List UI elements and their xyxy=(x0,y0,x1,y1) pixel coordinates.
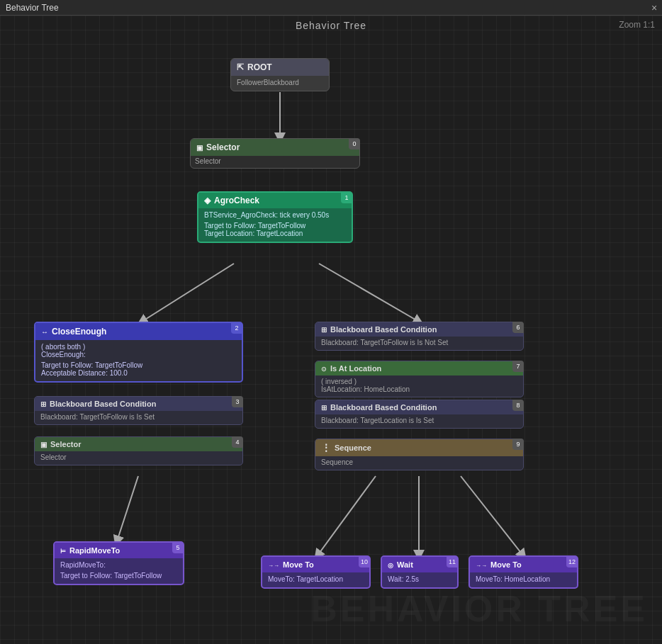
bbc-right-body: Blackboard: TargetToFollow is Is Not Set xyxy=(315,337,523,350)
moveto2-node[interactable]: 12 Move To MoveTo: HomeLocation xyxy=(469,555,578,589)
closeenough-sub1: ( aborts both ) xyxy=(41,343,236,351)
rapidmoveto-title: RapidMoveTo xyxy=(69,546,120,555)
svg-line-1 xyxy=(142,264,234,322)
bbc-right2-node[interactable]: 8 Blackboard Based Condition Blackboard:… xyxy=(315,400,524,429)
moveto2-icon xyxy=(476,560,487,569)
moveto2-header: Move To xyxy=(470,557,577,572)
selector-main-header: Selector xyxy=(191,139,359,156)
selector-main-index: 0 xyxy=(349,138,360,149)
sequence-title: Sequence xyxy=(335,444,371,452)
selector-sub-title: Selector xyxy=(50,440,81,448)
agrocheck-node[interactable]: 1 AgroCheck BTService_AgroCheck: tick ev… xyxy=(197,191,353,243)
isatloc-node[interactable]: 7 Is At Location ( inversed ) IsAtLocati… xyxy=(315,361,524,397)
bbc-right-node[interactable]: 6 Blackboard Based Condition Blackboard:… xyxy=(315,322,524,351)
title-bar-label: Behavior Tree xyxy=(0,3,646,13)
isatloc-sub1: ( inversed ) xyxy=(321,378,517,385)
moveto1-subtitle: MoveTo: TargetLocation xyxy=(268,575,343,583)
bbc-sub-header: Blackboard Based Condition xyxy=(35,397,242,411)
selector-sub-index: 4 xyxy=(232,436,243,448)
bbc-right2-body: Blackboard: TargetLocation is Is Set xyxy=(315,414,523,428)
service-icon xyxy=(204,196,211,205)
rapidmoveto-subtitle: RapidMoveTo: xyxy=(60,561,177,569)
selector-icon xyxy=(196,142,203,152)
selector-sub-icon xyxy=(40,440,47,448)
sequence-subtitle: Sequence xyxy=(321,458,353,466)
rapidmoveto-index: 5 xyxy=(172,542,184,553)
svg-line-2 xyxy=(319,264,419,322)
selector-main-body: Selector xyxy=(191,156,359,168)
moveto1-node[interactable]: 10 Move To MoveTo: TargetLocation xyxy=(261,555,371,589)
closeenough-header: CloseEnough xyxy=(35,323,242,340)
root-icon xyxy=(237,62,244,72)
agrocheck-header: AgroCheck xyxy=(198,193,352,208)
bbc-right2-subtitle: Blackboard: TargetLocation is Is Set xyxy=(321,417,434,424)
agrocheck-prop1: Target to Follow: TargetToFollow xyxy=(204,222,346,230)
rapidmoveto-icon xyxy=(60,546,66,555)
wait-body: Wait: 2.5s xyxy=(382,572,457,587)
canvas-title: Behavior Tree xyxy=(0,20,662,31)
moveto2-body: MoveTo: HomeLocation xyxy=(470,572,577,587)
zoom-label: Zoom 1:1 xyxy=(619,20,655,30)
moveto1-body: MoveTo: TargetLocation xyxy=(262,572,369,587)
bbc-right-icon xyxy=(321,325,327,334)
bbc-right-header: Blackboard Based Condition xyxy=(315,322,523,337)
moveto1-index: 10 xyxy=(359,556,370,567)
wait-icon xyxy=(388,560,393,569)
wait-index: 11 xyxy=(447,556,458,567)
bbc-sub-title: Blackboard Based Condition xyxy=(50,400,156,408)
selector-main-node[interactable]: 0 Selector Selector xyxy=(190,138,360,169)
closeenough-node[interactable]: 2 CloseEnough ( aborts both ) CloseEnoug… xyxy=(34,322,243,383)
close-button[interactable]: × xyxy=(646,0,662,16)
agrocheck-service: BTService_AgroCheck: tick every 0.50s xyxy=(204,211,346,219)
bbc-sub-node[interactable]: 3 Blackboard Based Condition Blackboard:… xyxy=(34,396,243,425)
agrocheck-prop2: Target Location: TargetLocation xyxy=(204,230,346,237)
bbc-sub-icon xyxy=(40,400,46,408)
sequence-node[interactable]: 9 Sequence Sequence xyxy=(315,439,524,470)
closeenough-index: 2 xyxy=(231,322,242,334)
isatloc-sub2: IsAtLocation: HomeLocation xyxy=(321,385,517,393)
bbc-right-title: Blackboard Based Condition xyxy=(330,325,437,334)
selector-main-subtitle: Selector xyxy=(195,157,221,165)
bbc-right-subtitle: Blackboard: TargetToFollow is Is Not Set xyxy=(321,339,448,346)
isatloc-header: Is At Location xyxy=(315,361,523,375)
svg-line-4 xyxy=(318,476,376,555)
wait-node[interactable]: 11 Wait Wait: 2.5s xyxy=(381,555,459,589)
moveto2-index: 12 xyxy=(566,556,578,567)
rapidmoveto-node[interactable]: 5 RapidMoveTo RapidMoveTo: Target to Fol… xyxy=(53,541,184,585)
closeenough-sub2: CloseEnough: xyxy=(41,351,236,358)
selector-sub-node[interactable]: 4 Selector Selector xyxy=(34,436,243,465)
closeenough-prop1: Target to Follow: TargetToFollow xyxy=(41,361,236,369)
title-bar: Behavior Tree × xyxy=(0,0,662,16)
closeenough-icon xyxy=(41,327,48,337)
root-node[interactable]: ROOT FollowerBlackboard xyxy=(230,58,330,91)
svg-line-3 xyxy=(117,476,138,541)
isatloc-icon xyxy=(321,364,327,373)
rapidmoveto-header: RapidMoveTo xyxy=(55,543,183,558)
moveto1-title: Move To xyxy=(283,560,314,569)
root-node-body: FollowerBlackboard xyxy=(231,76,329,91)
canvas: Behavior Tree Zoom 1:1 ROOT FollowerBlac… xyxy=(0,16,662,644)
bbc-right2-index: 8 xyxy=(512,400,524,411)
wait-title: Wait xyxy=(397,560,413,569)
rapidmoveto-prop1: Target to Follow: TargetToFollow xyxy=(60,572,177,580)
root-node-subtitle: FollowerBlackboard xyxy=(237,79,299,86)
isatloc-index: 7 xyxy=(512,361,524,372)
selector-main-title: Selector xyxy=(206,142,240,152)
bbc-right-index: 6 xyxy=(512,322,524,333)
root-node-title: ROOT xyxy=(247,62,272,72)
moveto1-header: Move To xyxy=(262,557,369,572)
bbc-right2-title: Blackboard Based Condition xyxy=(330,403,437,412)
agrocheck-title: AgroCheck xyxy=(214,196,259,205)
sequence-header: Sequence xyxy=(315,439,523,456)
selector-sub-header: Selector xyxy=(35,437,242,451)
bbc-right2-icon xyxy=(321,403,327,412)
selector-sub-body: Selector xyxy=(35,451,242,465)
bbc-right2-header: Blackboard Based Condition xyxy=(315,400,523,414)
isatloc-body: ( inversed ) IsAtLocation: HomeLocation xyxy=(315,375,523,397)
moveto2-subtitle: MoveTo: HomeLocation xyxy=(476,575,550,583)
sequence-icon xyxy=(321,442,331,453)
sequence-body: Sequence xyxy=(315,456,523,470)
closeenough-body: ( aborts both ) CloseEnough: Target to F… xyxy=(35,340,242,381)
closeenough-title: CloseEnough xyxy=(52,327,106,337)
moveto1-icon xyxy=(268,560,279,569)
